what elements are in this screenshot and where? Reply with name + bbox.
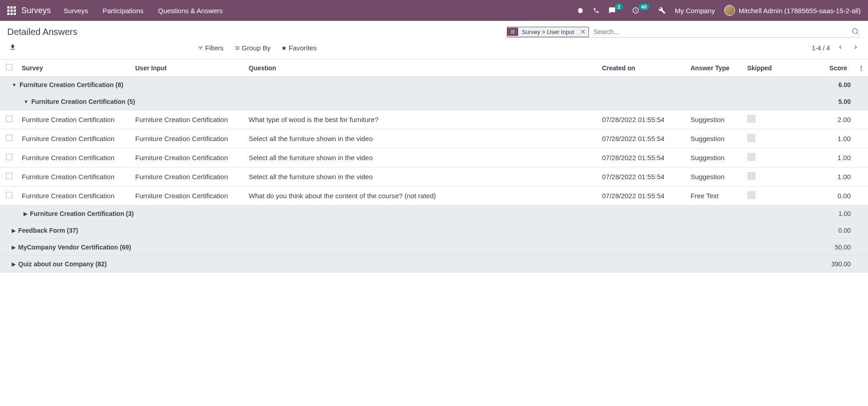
group-label: Furniture Creation Certification (5)	[31, 98, 135, 105]
nav-menu: Surveys Participations Questions & Answe…	[64, 7, 223, 15]
cell-survey: Furniture Creation Certification	[18, 148, 132, 167]
table-row[interactable]: Furniture Creation Certification Furnitu…	[0, 148, 868, 167]
table-row[interactable]: Furniture Creation Certification Furnitu…	[0, 110, 868, 129]
col-optional[interactable]: ⋮	[854, 59, 868, 77]
table-row[interactable]: Furniture Creation Certification Furnitu…	[0, 167, 868, 186]
cell-question: What do you think about the content of t…	[245, 186, 598, 205]
cell-user-input: Furniture Creation Certification	[132, 186, 245, 205]
phone-icon[interactable]	[593, 7, 599, 14]
apps-icon[interactable]	[7, 6, 16, 15]
cell-question: What type of wood is the best for furnit…	[245, 110, 598, 129]
skipped-checkbox	[747, 191, 755, 199]
tools-icon[interactable]	[658, 7, 666, 14]
activities-icon[interactable]: 40	[632, 7, 649, 14]
debug-icon[interactable]	[577, 7, 584, 14]
row-checkbox[interactable]	[6, 116, 12, 122]
cell-type: Free Text	[687, 186, 744, 205]
cell-score: 1.00	[803, 148, 854, 167]
group-row[interactable]: ▶Furniture Creation Certification (3) 1.…	[0, 205, 868, 222]
caret-right-icon: ▶	[12, 245, 15, 250]
cell-created: 07/28/2022 01:55:54	[598, 167, 687, 186]
facet-label: Survey > User Input	[518, 27, 578, 37]
cell-user-input: Furniture Creation Certification	[132, 148, 245, 167]
cell-user-input: Furniture Creation Certification	[132, 110, 245, 129]
search-bar[interactable]: Survey > User Input ✕	[507, 26, 861, 38]
export-icon[interactable]	[7, 44, 16, 53]
pager-prev[interactable]	[835, 41, 845, 54]
group-row[interactable]: ▶Feedback Form (37) 0.00	[0, 222, 868, 239]
cell-type: Suggestion	[687, 129, 744, 148]
company-switcher[interactable]: My Company	[675, 7, 715, 15]
group-score: 50.00	[803, 239, 854, 256]
cell-survey: Furniture Creation Certification	[18, 186, 132, 205]
svg-point-0	[853, 29, 858, 34]
search-input[interactable]	[592, 26, 850, 37]
caret-down-icon: ▼	[12, 82, 17, 88]
list-view: Survey User Input Question Created on An…	[0, 59, 868, 273]
skipped-checkbox	[747, 172, 755, 180]
page-title: Detailed Answers	[7, 27, 78, 37]
col-skipped[interactable]: Skipped	[744, 59, 803, 77]
cell-survey: Furniture Creation Certification	[18, 110, 132, 129]
cell-user-input: Furniture Creation Certification	[132, 167, 245, 186]
caret-right-icon: ▶	[12, 228, 15, 234]
messages-icon[interactable]: 2	[608, 7, 623, 14]
group-label: Feedback Form (37)	[18, 227, 78, 234]
user-menu[interactable]: Mitchell Admin (17885655-saas-15-2-all)	[724, 5, 861, 16]
group-row[interactable]: ▼Furniture Creation Certification (8) 6.…	[0, 77, 868, 93]
groupby-label: Group By	[242, 44, 270, 52]
activities-badge: 40	[638, 4, 649, 10]
col-question[interactable]: Question	[245, 59, 598, 77]
cell-question: Select all the furniture shown in the vi…	[245, 167, 598, 186]
cell-created: 07/28/2022 01:55:54	[598, 129, 687, 148]
table-header: Survey User Input Question Created on An…	[0, 59, 868, 77]
skipped-checkbox	[747, 115, 755, 123]
nav-item-participations[interactable]: Participations	[103, 7, 143, 15]
col-created[interactable]: Created on	[598, 59, 687, 77]
search-options: Filters Group By Favorites	[198, 44, 317, 52]
row-checkbox[interactable]	[6, 135, 12, 141]
group-row[interactable]: ▶Quiz about our Company (82) 390.00	[0, 256, 868, 273]
list-icon	[507, 28, 518, 36]
app-brand[interactable]: Surveys	[21, 6, 51, 15]
row-checkbox[interactable]	[6, 154, 12, 160]
cell-survey: Furniture Creation Certification	[18, 129, 132, 148]
col-score[interactable]: Score	[803, 59, 854, 77]
pager-next[interactable]	[851, 41, 861, 54]
cell-score: 0.00	[803, 186, 854, 205]
select-all-checkbox[interactable]	[6, 64, 12, 70]
search-facet: Survey > User Input ✕	[507, 27, 589, 37]
col-user-input[interactable]: User Input	[132, 59, 245, 77]
facet-remove[interactable]: ✕	[578, 28, 588, 35]
avatar	[724, 5, 735, 16]
cell-question: Select all the furniture shown in the vi…	[245, 148, 598, 167]
groupby-button[interactable]: Group By	[235, 44, 270, 52]
svg-line-1	[857, 33, 858, 34]
cell-score: 1.00	[803, 129, 854, 148]
group-score: 390.00	[803, 256, 854, 273]
col-survey[interactable]: Survey	[18, 59, 132, 77]
table-row[interactable]: Furniture Creation Certification Furnitu…	[0, 129, 868, 148]
search-icon[interactable]	[850, 28, 861, 36]
nav-item-questions[interactable]: Questions & Answers	[158, 7, 223, 15]
cell-score: 1.00	[803, 167, 854, 186]
cell-created: 07/28/2022 01:55:54	[598, 186, 687, 205]
row-checkbox[interactable]	[6, 173, 12, 179]
group-score: 0.00	[803, 222, 854, 239]
col-answer-type[interactable]: Answer Type	[687, 59, 744, 77]
filters-button[interactable]: Filters	[198, 44, 224, 52]
cell-survey: Furniture Creation Certification	[18, 167, 132, 186]
top-navbar: Surveys Surveys Participations Questions…	[0, 0, 868, 21]
pager-value[interactable]: 1-4 / 4	[812, 44, 830, 52]
control-panel: Detailed Answers Survey > User Input ✕	[0, 21, 868, 59]
group-label: MyCompany Vendor Certification (69)	[18, 244, 131, 251]
row-checkbox[interactable]	[6, 192, 12, 198]
caret-down-icon: ▼	[24, 99, 29, 104]
group-row[interactable]: ▶MyCompany Vendor Certification (69) 50.…	[0, 239, 868, 256]
nav-item-surveys[interactable]: Surveys	[64, 7, 88, 15]
group-label: Quiz about our Company (82)	[18, 260, 107, 268]
group-row[interactable]: ▼Furniture Creation Certification (5) 5.…	[0, 93, 868, 110]
table-row[interactable]: Furniture Creation Certification Furnitu…	[0, 186, 868, 205]
cell-question: Select all the furniture shown in the vi…	[245, 129, 598, 148]
favorites-button[interactable]: Favorites	[281, 44, 317, 52]
